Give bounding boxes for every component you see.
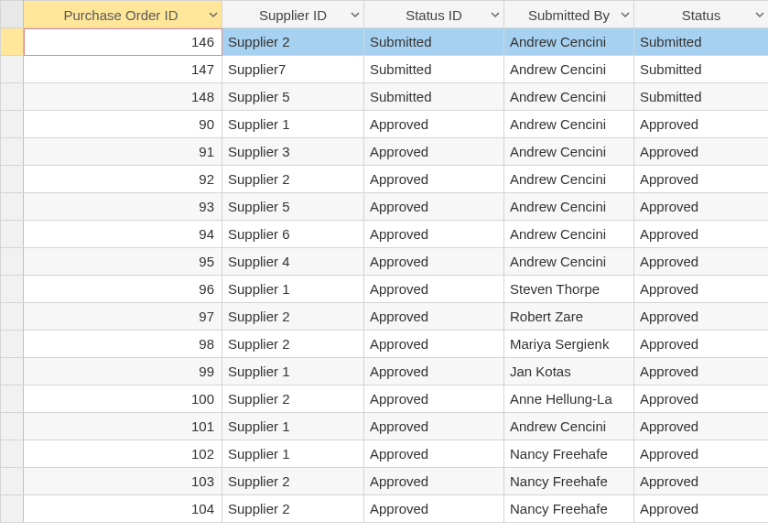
table-row[interactable]: 93Supplier 5ApprovedAndrew CenciniApprov… <box>1 193 769 221</box>
cell-purchase-order-id[interactable]: 93 <box>24 193 222 221</box>
cell-supplier-id[interactable]: Supplier 2 <box>222 28 364 56</box>
row-selector[interactable] <box>1 83 24 111</box>
table-row[interactable]: 104Supplier 2ApprovedNancy FreehafeAppro… <box>1 495 769 523</box>
row-selector[interactable] <box>1 358 24 385</box>
cell-status-id[interactable]: Approved <box>364 248 504 276</box>
cell-status[interactable]: Approved <box>634 358 769 385</box>
table-row[interactable]: 92Supplier 2ApprovedAndrew CenciniApprov… <box>1 166 769 193</box>
column-header-supplier-id[interactable]: Supplier ID <box>222 1 364 28</box>
cell-status-id[interactable]: Approved <box>364 331 504 358</box>
cell-status[interactable]: Approved <box>634 385 769 413</box>
cell-status-id[interactable]: Approved <box>364 193 504 221</box>
table-row[interactable]: 101Supplier 1ApprovedAndrew CenciniAppro… <box>1 413 769 440</box>
row-selector[interactable] <box>1 56 24 83</box>
cell-submitted-by[interactable]: Andrew Cencini <box>504 248 634 276</box>
row-selector[interactable] <box>1 248 24 276</box>
row-selector[interactable] <box>1 166 24 193</box>
cell-purchase-order-id[interactable]: 95 <box>24 248 222 276</box>
cell-status-id[interactable]: Approved <box>364 276 504 303</box>
cell-supplier-id[interactable]: Supplier 2 <box>222 166 364 193</box>
row-selector[interactable] <box>1 331 24 358</box>
cell-status-id[interactable]: Approved <box>364 166 504 193</box>
row-selector[interactable] <box>1 221 24 248</box>
cell-submitted-by[interactable]: Nancy Freehafe <box>504 495 634 523</box>
cell-supplier-id[interactable]: Supplier 4 <box>222 248 364 276</box>
table-row[interactable]: 146Supplier 2SubmittedAndrew CenciniSubm… <box>1 28 769 56</box>
cell-submitted-by[interactable]: Andrew Cencini <box>504 111 634 138</box>
row-selector[interactable] <box>1 413 24 440</box>
cell-status[interactable]: Submitted <box>634 83 769 111</box>
cell-status-id[interactable]: Approved <box>364 111 504 138</box>
cell-submitted-by[interactable]: Andrew Cencini <box>504 28 634 56</box>
chevron-down-icon[interactable] <box>351 10 360 19</box>
cell-submitted-by[interactable]: Mariya Sergienk <box>504 331 634 358</box>
cell-submitted-by[interactable]: Andrew Cencini <box>504 138 634 166</box>
cell-supplier-id[interactable]: Supplier 1 <box>222 440 364 468</box>
cell-supplier-id[interactable]: Supplier 2 <box>222 495 364 523</box>
cell-submitted-by[interactable]: Andrew Cencini <box>504 166 634 193</box>
cell-supplier-id[interactable]: Supplier 2 <box>222 385 364 413</box>
cell-status[interactable]: Approved <box>634 495 769 523</box>
cell-supplier-id[interactable]: Supplier 2 <box>222 303 364 331</box>
table-row[interactable]: 91Supplier 3ApprovedAndrew CenciniApprov… <box>1 138 769 166</box>
cell-status-id[interactable]: Approved <box>364 413 504 440</box>
cell-purchase-order-id[interactable]: 147 <box>24 56 222 83</box>
row-selector[interactable] <box>1 495 24 523</box>
table-row[interactable]: 102Supplier 1ApprovedNancy FreehafeAppro… <box>1 440 769 468</box>
cell-purchase-order-id[interactable]: 98 <box>24 331 222 358</box>
table-row[interactable]: 95Supplier 4ApprovedAndrew CenciniApprov… <box>1 248 769 276</box>
cell-status[interactable]: Approved <box>634 413 769 440</box>
cell-submitted-by[interactable]: Anne Hellung-La <box>504 385 634 413</box>
row-selector[interactable] <box>1 303 24 331</box>
cell-status[interactable]: Approved <box>634 276 769 303</box>
cell-purchase-order-id[interactable]: 102 <box>24 440 222 468</box>
cell-supplier-id[interactable]: Supplier7 <box>222 56 364 83</box>
column-header-submitted-by[interactable]: Submitted By <box>504 1 634 28</box>
cell-supplier-id[interactable]: Supplier 1 <box>222 111 364 138</box>
cell-status[interactable]: Approved <box>634 138 769 166</box>
cell-status[interactable]: Approved <box>634 193 769 221</box>
row-selector[interactable] <box>1 193 24 221</box>
cell-purchase-order-id[interactable]: 97 <box>24 303 222 331</box>
cell-status[interactable]: Approved <box>634 166 769 193</box>
cell-supplier-id[interactable]: Supplier 1 <box>222 358 364 385</box>
cell-purchase-order-id[interactable]: 100 <box>24 385 222 413</box>
row-selector[interactable] <box>1 276 24 303</box>
table-row[interactable]: 97Supplier 2ApprovedRobert ZareApproved <box>1 303 769 331</box>
cell-status[interactable]: Approved <box>634 331 769 358</box>
cell-purchase-order-id[interactable]: 96 <box>24 276 222 303</box>
cell-supplier-id[interactable]: Supplier 2 <box>222 331 364 358</box>
select-all-corner[interactable] <box>1 1 24 28</box>
chevron-down-icon[interactable] <box>755 10 764 19</box>
cell-status-id[interactable]: Approved <box>364 385 504 413</box>
chevron-down-icon[interactable] <box>209 10 218 19</box>
cell-submitted-by[interactable]: Nancy Freehafe <box>504 440 634 468</box>
chevron-down-icon[interactable] <box>621 10 630 19</box>
cell-status[interactable]: Submitted <box>634 56 769 83</box>
cell-purchase-order-id[interactable]: 92 <box>24 166 222 193</box>
cell-status-id[interactable]: Approved <box>364 221 504 248</box>
cell-status[interactable]: Submitted <box>634 28 769 56</box>
cell-status-id[interactable]: Approved <box>364 303 504 331</box>
row-selector[interactable] <box>1 385 24 413</box>
cell-purchase-order-id[interactable]: 103 <box>24 468 222 495</box>
column-header-status[interactable]: Status <box>634 1 769 28</box>
cell-supplier-id[interactable]: Supplier 1 <box>222 276 364 303</box>
cell-purchase-order-id[interactable]: 90 <box>24 111 222 138</box>
row-selector[interactable] <box>1 440 24 468</box>
table-row[interactable]: 90Supplier 1ApprovedAndrew CenciniApprov… <box>1 111 769 138</box>
cell-status-id[interactable]: Submitted <box>364 56 504 83</box>
cell-purchase-order-id[interactable]: 146 <box>24 28 222 56</box>
cell-status-id[interactable]: Approved <box>364 358 504 385</box>
cell-status[interactable]: Approved <box>634 221 769 248</box>
cell-submitted-by[interactable]: Nancy Freehafe <box>504 468 634 495</box>
cell-purchase-order-id[interactable]: 104 <box>24 495 222 523</box>
cell-submitted-by[interactable]: Andrew Cencini <box>504 413 634 440</box>
row-selector[interactable] <box>1 468 24 495</box>
cell-status[interactable]: Approved <box>634 303 769 331</box>
table-row[interactable]: 147Supplier7SubmittedAndrew CenciniSubmi… <box>1 56 769 83</box>
table-row[interactable]: 94Supplier 6ApprovedAndrew CenciniApprov… <box>1 221 769 248</box>
table-row[interactable]: 148Supplier 5SubmittedAndrew CenciniSubm… <box>1 83 769 111</box>
cell-status[interactable]: Approved <box>634 440 769 468</box>
table-row[interactable]: 96Supplier 1ApprovedSteven ThorpeApprove… <box>1 276 769 303</box>
